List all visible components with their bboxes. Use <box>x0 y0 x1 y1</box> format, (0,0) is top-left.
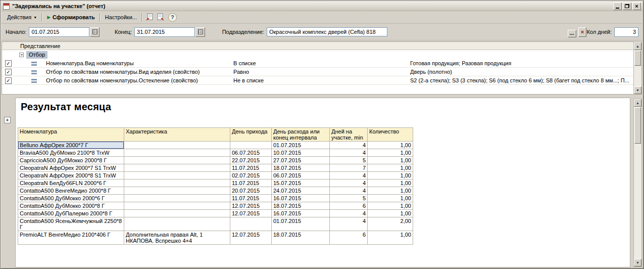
table-cell[interactable]: CapriccioA500 ДубМокко 2000*8 Г <box>18 157 124 164</box>
table-cell[interactable]: 06.07.2015 <box>272 172 330 180</box>
column-header[interactable]: Дней на участке, min <box>330 128 368 142</box>
scroll-thumb[interactable] <box>634 107 641 144</box>
table-cell[interactable]: 1,00 <box>368 142 413 149</box>
collapse-icon[interactable] <box>19 53 24 57</box>
table-cell[interactable] <box>124 195 230 202</box>
generate-button[interactable]: ▶ Сформировать <box>44 13 98 21</box>
table-cell[interactable]: 11.07.2015 <box>230 180 272 187</box>
table-cell[interactable] <box>230 142 272 149</box>
table-cell[interactable]: 1,00 <box>368 164 413 172</box>
scroll-down-button[interactable]: ▼ <box>634 86 641 94</box>
column-header[interactable]: Количество <box>368 128 413 142</box>
filter-scrollbar[interactable]: ▲ ▼ <box>633 42 642 95</box>
table-cell[interactable] <box>124 202 230 210</box>
table-cell[interactable]: 16.07.2015 <box>272 195 330 202</box>
table-cell[interactable]: 1,00 <box>368 231 413 245</box>
table-cell[interactable]: 1,00 <box>368 195 413 202</box>
table-cell[interactable]: 18.07.2015 <box>272 202 330 210</box>
column-header[interactable]: День прихода <box>230 128 272 142</box>
table-cell[interactable]: 1,00 <box>368 149 413 157</box>
table-cell[interactable]: 11.07.2015 <box>230 164 272 172</box>
table-cell[interactable]: 12.07.2015 <box>230 202 272 210</box>
table-cell[interactable]: 6 <box>330 202 368 210</box>
table-cell[interactable]: 1,00 <box>368 210 413 217</box>
table-cell[interactable] <box>230 217 272 231</box>
table-cell[interactable]: 11.07.2015 <box>230 195 272 202</box>
table-cell[interactable]: 27.07.2015 <box>272 157 330 164</box>
table-cell[interactable]: 12.07.2015 <box>230 210 272 217</box>
start-date-input[interactable]: 01.07.2015 <box>29 27 89 37</box>
table-cell[interactable]: 2,00 <box>368 217 413 231</box>
table-cell[interactable]: 06.07.2015 <box>230 149 272 157</box>
table-cell[interactable]: ContattoA500 ЯсеньЖемчужный 2250*8 Г <box>18 217 124 231</box>
table-cell[interactable]: 01.07.2015 <box>272 217 330 231</box>
table-cell[interactable]: 1,00 <box>368 157 413 164</box>
end-date-input[interactable]: 31.07.2015 <box>134 27 195 37</box>
table-cell[interactable] <box>124 164 230 172</box>
table-cell[interactable]: 1,00 <box>368 180 413 187</box>
table-cell[interactable] <box>124 157 230 164</box>
table-cell[interactable]: CleopatraN БелДуб6FLN 2000*6 Г <box>18 180 124 187</box>
table-cell[interactable]: ContattoA500 ДубМокко 2000*8 Г <box>18 202 124 210</box>
department-input[interactable]: Окрасочный комплекс дверей (Cefla) 818 <box>267 27 387 36</box>
table-cell[interactable]: 18.07.2015 <box>272 164 330 172</box>
column-header[interactable]: Характеристика <box>124 128 230 142</box>
table-cell[interactable]: 4 <box>330 149 368 157</box>
settings-button[interactable]: Настройки... <box>102 13 140 21</box>
table-cell[interactable]: ContattoA500 ДубПалермо 2000*8 Г <box>18 210 124 217</box>
filter-row[interactable]: ✓Номенклатура.Вид номенклатурыВ спискеГо… <box>2 59 633 68</box>
table-cell[interactable]: 6 <box>330 231 368 245</box>
table-cell[interactable]: 5 <box>330 157 368 164</box>
table-cell[interactable]: 10.07.2015 <box>272 149 330 157</box>
table-cell[interactable]: 4 <box>330 142 368 149</box>
table-cell[interactable]: 20.07.2015 <box>230 187 272 195</box>
table-cell[interactable] <box>124 217 230 231</box>
table-cell[interactable]: CleopatraN АфрОрех 2000*8 S1 TrxW <box>18 172 124 180</box>
table-cell[interactable] <box>124 142 230 149</box>
table-cell[interactable]: 1,00 <box>368 172 413 180</box>
table-cell[interactable] <box>124 180 230 187</box>
table-cell[interactable]: 4 <box>330 217 368 231</box>
table-cell[interactable]: PremioALT ВенгеМедио 2100*406 Г <box>18 231 124 245</box>
filter-checkbox[interactable]: ✓ <box>5 77 12 84</box>
table-cell[interactable]: 1,00 <box>368 187 413 195</box>
table-cell[interactable]: 01.07.2015 <box>272 142 330 149</box>
table-cell[interactable]: 4 <box>330 180 368 187</box>
table-cell[interactable]: 02.07.2015 <box>230 172 272 180</box>
filter-row[interactable]: ✓Отбор по свойствам номенклатуры.Вид изд… <box>2 68 633 76</box>
filter-group-row[interactable]: Отбор <box>2 50 633 59</box>
actions-menu-button[interactable]: Действия ▼ <box>4 13 40 21</box>
table-cell[interactable]: BraviaA500 ДубМокко 2100*8 TrxW <box>18 149 124 157</box>
help-button[interactable]: ? <box>168 13 177 22</box>
close-button[interactable]: × <box>632 3 641 10</box>
filter-checkbox[interactable]: ✓ <box>5 69 12 75</box>
table-cell[interactable]: ContattoA500 ВенгеМедио 2000*8 Г <box>18 187 124 195</box>
start-date-calendar-button[interactable] <box>90 27 100 37</box>
department-choose-button[interactable]: ... <box>568 30 576 37</box>
save-settings-button[interactable] <box>156 13 166 22</box>
table-cell[interactable]: 4 <box>330 210 368 217</box>
table-cell[interactable]: 16.07.2015 <box>272 210 330 217</box>
department-clear-button[interactable]: × <box>578 27 587 37</box>
table-cell[interactable]: 1,00 <box>368 202 413 210</box>
filter-row[interactable]: ✓Отбор по свойствам номенклатуры.Остекле… <box>2 76 633 85</box>
table-cell[interactable]: Belluno АфрОрех 2000*7 Г <box>18 142 124 149</box>
table-cell[interactable]: 24.07.2015 <box>272 187 330 195</box>
scroll-thumb[interactable] <box>634 51 641 66</box>
table-cell[interactable]: 12.07.2015 <box>230 231 272 245</box>
restore-button[interactable] <box>623 3 631 10</box>
table-cell[interactable]: 18.07.2015 <box>272 231 330 245</box>
table-cell[interactable]: 5 <box>330 195 368 202</box>
table-cell[interactable]: ContattoA500 ДубМокко 2000*6 Г <box>18 195 124 202</box>
table-cell[interactable]: 7 <box>330 164 368 172</box>
table-cell[interactable]: 4 <box>330 172 368 180</box>
table-cell[interactable]: CleopatraN АфрОрех 2000*7 S1 TrxW <box>18 164 124 172</box>
table-cell[interactable]: Дополнительная правая Alt, 1 НКАПОВА. Вс… <box>124 231 230 245</box>
column-header[interactable]: День расхода или конец интервала <box>272 128 330 142</box>
scroll-down-button[interactable]: ▼ <box>634 259 641 266</box>
scroll-up-button[interactable]: ▲ <box>634 42 641 50</box>
scroll-up-button[interactable]: ▲ <box>634 99 641 107</box>
minimize-button[interactable] <box>613 3 622 10</box>
end-date-calendar-button[interactable] <box>195 27 205 37</box>
table-cell[interactable] <box>124 149 230 157</box>
